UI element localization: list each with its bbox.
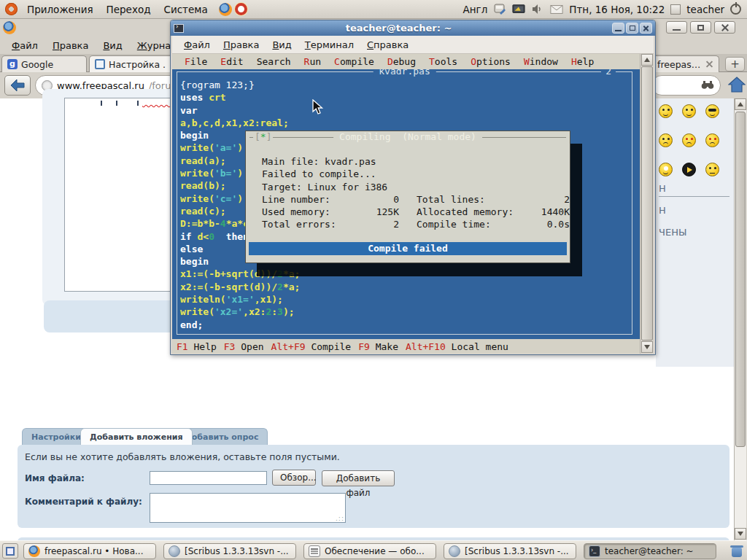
display-settings-icon[interactable] [512, 4, 525, 15]
status-Compile[interactable]: Alt+F9 Compile [271, 341, 352, 352]
minimize-button[interactable] [666, 21, 687, 34]
compile-failed-bar[interactable]: Compile failed [249, 242, 567, 255]
smiley-neutral-icon[interactable] [705, 163, 719, 176]
firefox-menu-Вид[interactable]: Вид [97, 40, 128, 51]
terminal-menu-Справка[interactable]: Справка [361, 39, 414, 50]
smiley-twisted-icon[interactable] [705, 133, 719, 147]
panel-menu-Система[interactable]: Система [158, 4, 214, 15]
close-button[interactable] [714, 21, 735, 34]
terminal-scrollbar[interactable] [640, 54, 654, 354]
panel-menu-Переход[interactable]: Переход [100, 4, 158, 15]
terminal-scrollbar-thumb[interactable] [641, 66, 653, 341]
firefox-launcher-icon[interactable] [219, 3, 232, 16]
code-line: end; [180, 319, 300, 331]
panel-menu-Приложения[interactable]: Приложения [20, 4, 100, 15]
back-arrow-icon [9, 79, 26, 92]
power-icon[interactable] [730, 4, 741, 15]
terminal-scroll-down[interactable] [641, 341, 653, 353]
ide-menu-File[interactable]: File [178, 56, 214, 67]
firefox-menu-Файл[interactable]: Файл [6, 40, 44, 51]
ide-menu-Help[interactable]: Help [565, 56, 600, 67]
ide-menu-Debug[interactable]: Debug [381, 56, 422, 67]
ide-menu-Window[interactable]: Window [517, 56, 565, 67]
fp-ide: FileEditSearchRunCompileDebugToolsOption… [172, 54, 640, 354]
keyboard-settings-icon[interactable] [493, 4, 506, 15]
smiley-shock-icon[interactable] [659, 104, 673, 118]
file-name-input[interactable] [150, 471, 267, 485]
tab-google[interactable]: g Google [1, 55, 87, 72]
terminal-menu-Файл[interactable]: Файл [178, 39, 216, 50]
clock[interactable]: Птн, 16 Ноя, 10:22 [569, 4, 665, 15]
browser-scrollbar[interactable] [734, 98, 746, 540]
taskbar-button-document-2[interactable]: Обеспечение — обо... [303, 543, 436, 559]
user-switcher[interactable]: teacher [686, 4, 724, 15]
status-Open[interactable]: F3 Open [224, 341, 264, 352]
terminal-minimize-button[interactable] [612, 23, 624, 34]
trash-icon[interactable] [729, 543, 744, 559]
notes-applet-icon[interactable] [670, 4, 681, 15]
search-input[interactable] [651, 75, 721, 96]
taskbar-button-scribus-1[interactable]: [Scribus 1.3.3.13svn -... [163, 543, 296, 559]
taskbar-button-terminal-4[interactable]: teacher@teacher: ~ [584, 543, 716, 559]
new-tab-button[interactable]: + [725, 57, 745, 71]
browse-button[interactable]: Обзор... [272, 470, 316, 486]
smiley-cool-icon[interactable] [705, 104, 719, 118]
ide-menu-Run[interactable]: Run [298, 56, 328, 67]
back-button[interactable] [4, 75, 31, 96]
status-Help[interactable]: F1 Help [177, 341, 217, 352]
text-fragment [101, 101, 102, 106]
tab-add-attachments[interactable]: Добавить вложения [80, 428, 193, 445]
taskbar-button-scribus-3[interactable]: [Scribus 1.3.3.13svn -... [444, 543, 576, 559]
scroll-up-button[interactable] [735, 98, 746, 110]
file-name-label: Имя файла: [25, 473, 85, 483]
scrollbar-thumb[interactable] [735, 112, 746, 447]
ide-menu-Tools[interactable]: Tools [422, 56, 464, 67]
smiley-arrow-icon[interactable] [682, 163, 696, 176]
status-Make[interactable]: F9 Make [358, 341, 398, 352]
terminal-close-button[interactable] [640, 23, 652, 34]
ide-menu-Edit[interactable]: Edit [214, 56, 249, 67]
taskbar: freepascal.ru • Нова...[Scribus 1.3.3.13… [0, 540, 747, 560]
text-fragment [116, 101, 117, 106]
ide-menu-Compile[interactable]: Compile [328, 56, 381, 67]
keyboard-layout-indicator[interactable]: Англ [463, 4, 488, 15]
mail-icon[interactable] [550, 4, 563, 15]
tab-close-icon[interactable] [705, 60, 713, 69]
taskbar-button-firefox-0[interactable]: freepascal.ru • Нова... [23, 543, 156, 559]
add-file-button[interactable]: Добавить файл [322, 470, 395, 486]
ide-editor[interactable]: kvadr.pas 2 {rogram 123;}uses crtvara,b,… [172, 69, 640, 339]
terminal-scroll-up[interactable] [641, 54, 653, 66]
attachments-panel: Если вы не хотите добавлять вложения, ос… [18, 445, 729, 528]
terminal-body: FileEditSearchRunCompileDebugToolsOption… [172, 54, 654, 354]
show-desktop-button[interactable] [2, 543, 18, 559]
smiley-evil-icon[interactable] [682, 133, 696, 147]
ide-menu-Search[interactable]: Search [250, 56, 298, 67]
firefox-menubar: ФайлПравкаВидЖурнал [0, 36, 175, 54]
terminal-menu-Вид[interactable]: Вид [266, 39, 297, 50]
status-Local menu[interactable]: Alt+F10 Local menu [406, 341, 508, 352]
terminal-titlebar[interactable]: teacher@teacher: ~ [171, 20, 655, 36]
smiley-idea-icon[interactable] [659, 163, 673, 176]
help-launcher-icon[interactable] [235, 3, 247, 15]
smiley-smile-icon[interactable] [682, 104, 696, 118]
editor-window-title: kvadr.pas [373, 69, 436, 77]
code-line: a,b,c,d,x1,x2:real; [180, 117, 300, 129]
ide-menu-Options[interactable]: Options [464, 56, 517, 67]
tab-nastroyka[interactable]: Настройка . [89, 55, 179, 72]
volume-icon[interactable] [531, 4, 544, 15]
taskbar-button-label: teacher@teacher: ~ [605, 546, 694, 556]
resize-grip[interactable]: .:: [336, 515, 344, 522]
text-fragment [137, 101, 139, 106]
smiley-sad-icon[interactable] [659, 133, 673, 147]
terminal-maximize-button[interactable] [626, 23, 638, 34]
maximize-button[interactable] [690, 21, 711, 34]
file-comment-textarea[interactable] [150, 493, 346, 523]
home-button[interactable] [727, 74, 746, 96]
gnome-top-panel: ПриложенияПереходСистема Англ Птн, 16 Но… [0, 0, 747, 19]
firefox-menu-Правка[interactable]: Правка [47, 40, 94, 51]
ubuntu-logo-icon[interactable] [5, 3, 18, 15]
tab-freepascal[interactable]: freepasc... [651, 55, 719, 72]
terminal-menu-Терминал[interactable]: Терминал [299, 39, 360, 50]
scroll-down-button[interactable] [735, 528, 746, 540]
terminal-menu-Правка[interactable]: Правка [217, 39, 265, 50]
